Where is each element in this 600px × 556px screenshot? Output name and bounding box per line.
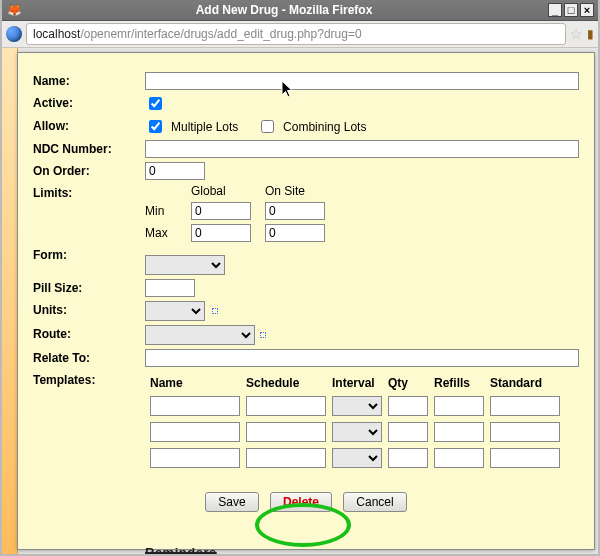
limits-min-onsite-input[interactable] [265,202,325,220]
label-route: Route: [32,324,144,346]
background-reminders-header: Reminders [145,545,217,556]
url-path: /openemr/interface/drugs/add_edit_drug.p… [80,27,361,41]
label-templates: Templates: [32,370,144,474]
limits-grid: Global On Site Min Max [145,184,579,242]
drug-form: Name: Active: Allow: Multiple Lots Combi… [32,69,580,476]
tmpl-refills-input[interactable] [434,448,484,468]
tmpl-standard-input[interactable] [490,396,560,416]
bookmarks-icon[interactable]: ▮ [587,27,594,41]
dialog-buttons: Save Delete Cancel [32,492,580,512]
tmpl-schedule-input[interactable] [246,448,326,468]
titlebar: 🦊 Add New Drug - Mozilla Firefox _ □ × [2,0,598,21]
label-form: Form: [32,245,144,276]
units-select[interactable] [145,301,205,321]
allow-multiple-label: Multiple Lots [171,120,238,134]
tmpl-name-input[interactable] [150,396,240,416]
tmpl-standard-input[interactable] [490,448,560,468]
label-ndc: NDC Number: [32,139,144,159]
limits-min-global-input[interactable] [191,202,251,220]
delete-button[interactable]: Delete [270,492,332,512]
label-pill-size: Pill Size: [32,278,144,298]
table-row [149,447,561,469]
tmpl-interval-select[interactable] [332,396,382,416]
tmpl-refills-input[interactable] [434,396,484,416]
background-window-strip [2,48,18,554]
label-on-order: On Order: [32,161,144,181]
close-button[interactable]: × [580,3,594,17]
allow-multiple-checkbox[interactable] [149,120,162,133]
table-row [149,421,561,443]
allow-combining-label: Combining Lots [283,120,366,134]
route-select[interactable] [145,325,255,345]
tmpl-qty-input[interactable] [388,396,428,416]
add-drug-dialog: Name: Active: Allow: Multiple Lots Combi… [17,52,595,550]
relate-to-input[interactable] [145,349,579,367]
tmpl-qty-input[interactable] [388,422,428,442]
label-active: Active: [32,93,144,114]
table-row [149,395,561,417]
label-name: Name: [32,71,144,91]
tmpl-refills-input[interactable] [434,422,484,442]
selection-handle-icon [212,308,218,314]
maximize-button[interactable]: □ [564,3,578,17]
tmpl-interval-select[interactable] [332,422,382,442]
tmpl-interval-select[interactable] [332,448,382,468]
templates-table: Name Schedule Interval Qty Refills Stand… [145,371,565,473]
tmpl-header-schedule: Schedule [245,375,327,391]
limits-max-onsite-input[interactable] [265,224,325,242]
tmpl-name-input[interactable] [150,448,240,468]
save-button[interactable]: Save [205,492,258,512]
selection-handle-icon [260,332,266,338]
app-icon: 🦊 [6,3,22,17]
on-order-input[interactable] [145,162,205,180]
minimize-button[interactable]: _ [548,3,562,17]
active-checkbox[interactable] [149,97,162,110]
tmpl-header-refills: Refills [433,375,485,391]
tmpl-header-standard: Standard [489,375,561,391]
label-limits: Limits: [32,183,144,243]
firefox-window: 🦊 Add New Drug - Mozilla Firefox _ □ × l… [0,0,600,556]
tmpl-schedule-input[interactable] [246,396,326,416]
limits-onsite-header: On Site [265,184,329,198]
url-host: localhost [33,27,80,41]
label-units: Units: [32,300,144,322]
globe-icon [6,26,22,42]
url-bar[interactable]: localhost/openemr/interface/drugs/add_ed… [26,23,566,45]
allow-combining-checkbox[interactable] [261,120,274,133]
form-select[interactable] [145,255,225,275]
tmpl-header-name: Name [149,375,241,391]
window-title: Add New Drug - Mozilla Firefox [22,3,546,17]
label-relate-to: Relate To: [32,348,144,368]
tmpl-standard-input[interactable] [490,422,560,442]
limits-min-label: Min [145,204,181,218]
pill-size-input[interactable] [145,279,195,297]
cancel-button[interactable]: Cancel [343,492,406,512]
ndc-input[interactable] [145,140,579,158]
tmpl-qty-input[interactable] [388,448,428,468]
limits-global-header: Global [191,184,255,198]
tmpl-schedule-input[interactable] [246,422,326,442]
limits-max-label: Max [145,226,181,240]
toolbar: localhost/openemr/interface/drugs/add_ed… [2,21,598,48]
bookmark-star-icon[interactable]: ☆ [570,26,583,42]
tmpl-header-interval: Interval [331,375,383,391]
tmpl-name-input[interactable] [150,422,240,442]
limits-max-global-input[interactable] [191,224,251,242]
name-input[interactable] [145,72,579,90]
tmpl-header-qty: Qty [387,375,429,391]
label-allow: Allow: [32,116,144,137]
